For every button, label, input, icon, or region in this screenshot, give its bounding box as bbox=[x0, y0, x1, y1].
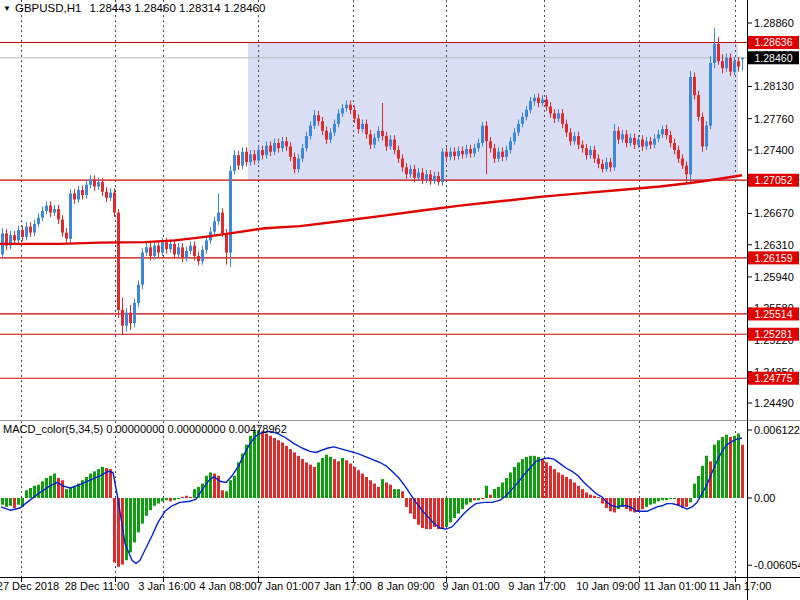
candle bbox=[501, 152, 504, 157]
macd-bar bbox=[537, 457, 540, 498]
macd-bar bbox=[653, 498, 656, 504]
macd-bar bbox=[89, 474, 92, 498]
candle bbox=[573, 136, 576, 141]
macd-bar bbox=[493, 489, 496, 498]
macd-bar bbox=[141, 498, 144, 524]
candle bbox=[213, 221, 216, 231]
macd-bar bbox=[169, 498, 172, 501]
macd-bar bbox=[145, 498, 148, 516]
candle bbox=[177, 247, 180, 254]
candle bbox=[121, 310, 124, 326]
candle bbox=[565, 124, 568, 133]
macd-bar bbox=[137, 498, 140, 532]
candle bbox=[277, 143, 280, 148]
macd-bar bbox=[625, 498, 628, 509]
candle bbox=[665, 129, 668, 135]
price-axis-label: 1.27760 bbox=[754, 113, 794, 125]
macd-bar bbox=[389, 485, 392, 498]
chart-canvas[interactable]: 1.288601.284901.281301.277601.274001.270… bbox=[0, 0, 800, 600]
candle bbox=[21, 230, 24, 237]
macd-bar bbox=[545, 462, 548, 498]
macd-bar bbox=[689, 498, 692, 502]
candle bbox=[661, 129, 664, 134]
candle bbox=[37, 218, 40, 224]
candle bbox=[681, 159, 684, 166]
candle bbox=[641, 140, 644, 147]
macd-bar bbox=[713, 445, 716, 498]
macd-bar bbox=[693, 484, 696, 498]
macd-bar bbox=[737, 434, 740, 498]
candle bbox=[733, 61, 736, 71]
macd-bar bbox=[381, 479, 384, 498]
macd-bar bbox=[637, 498, 640, 511]
candle bbox=[85, 185, 88, 195]
macd-bar bbox=[581, 489, 584, 498]
candle bbox=[541, 100, 544, 103]
macd-bar bbox=[317, 462, 320, 498]
candle bbox=[489, 141, 492, 148]
candle bbox=[497, 152, 500, 159]
macd-bar bbox=[349, 464, 352, 498]
macd-bar bbox=[405, 498, 408, 507]
candle bbox=[101, 182, 104, 192]
macd-bar bbox=[429, 498, 432, 529]
macd-bar bbox=[161, 498, 164, 501]
macd-bar bbox=[401, 491, 404, 498]
candle bbox=[353, 110, 356, 119]
macd-bar bbox=[369, 480, 372, 498]
macd-bar bbox=[589, 495, 592, 498]
candle bbox=[257, 150, 260, 160]
candle bbox=[265, 146, 268, 156]
candle bbox=[361, 124, 364, 129]
macd-bar bbox=[665, 498, 668, 500]
macd-bar bbox=[333, 459, 336, 498]
candle bbox=[385, 136, 388, 146]
candle bbox=[437, 176, 440, 182]
candle bbox=[349, 105, 352, 110]
candle bbox=[13, 235, 16, 240]
candle bbox=[149, 247, 152, 256]
candle bbox=[157, 246, 160, 253]
time-axis[interactable]: 27 Dec 201828 Dec 11:003 Jan 16:004 Jan … bbox=[0, 577, 771, 592]
candle bbox=[25, 226, 28, 236]
candle bbox=[325, 131, 328, 140]
candle bbox=[241, 152, 244, 166]
time-axis-label: 28 Dec 11:00 bbox=[65, 580, 130, 592]
candle bbox=[433, 176, 436, 181]
macd-bar bbox=[329, 457, 332, 498]
macd-bar bbox=[717, 440, 720, 498]
time-axis-label: 9 Jan 01:00 bbox=[442, 580, 500, 592]
price-axis-label: 1.26670 bbox=[754, 207, 794, 219]
candle bbox=[197, 256, 200, 261]
macd-bar bbox=[185, 496, 188, 498]
macd-bar bbox=[289, 449, 292, 498]
collapse-triangle-icon[interactable]: ▼ bbox=[3, 4, 11, 14]
macd-bar bbox=[557, 472, 560, 498]
candle bbox=[381, 131, 384, 136]
candle bbox=[637, 140, 640, 145]
candle bbox=[741, 58, 744, 59]
candle bbox=[693, 77, 696, 95]
candle bbox=[281, 141, 284, 148]
candle bbox=[445, 152, 448, 157]
macd-bar bbox=[485, 486, 488, 498]
macd-bar bbox=[225, 491, 228, 498]
candle bbox=[161, 242, 164, 252]
macd-bar bbox=[5, 498, 8, 507]
macd-bar bbox=[157, 498, 160, 504]
macd-bar bbox=[641, 498, 644, 509]
candle bbox=[597, 159, 600, 164]
candle bbox=[701, 117, 704, 147]
candle bbox=[145, 247, 148, 252]
macd-bar bbox=[697, 476, 700, 498]
candle bbox=[721, 61, 724, 68]
candle bbox=[537, 98, 540, 103]
macd-bar bbox=[525, 457, 528, 498]
candle bbox=[657, 134, 660, 138]
macd-bar bbox=[501, 482, 504, 498]
candle bbox=[717, 44, 720, 61]
macd-bar bbox=[293, 452, 296, 498]
candle bbox=[113, 193, 116, 213]
candle bbox=[313, 115, 316, 125]
candle bbox=[505, 150, 508, 157]
